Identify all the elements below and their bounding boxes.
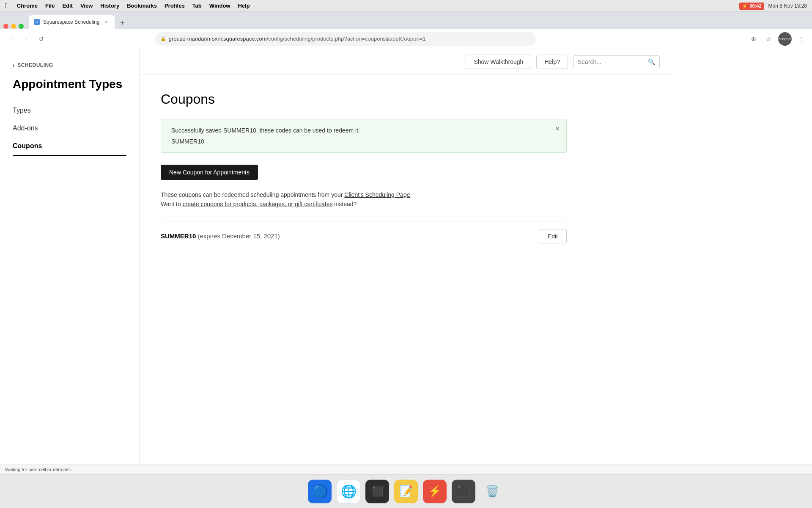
- description-line1-prefix: These coupons can be redeemed scheduling…: [161, 191, 344, 198]
- show-walkthrough-button[interactable]: Show Walkthrough: [466, 55, 531, 69]
- macos-menubar:  Chrome File Edit View History Bookmark…: [0, 0, 812, 12]
- menubar-time: Mon 8 Nov 13:28: [768, 3, 807, 9]
- maximize-window-button[interactable]: [19, 24, 24, 29]
- coupon-edit-button[interactable]: Edit: [539, 229, 567, 243]
- url-text: grouse-mandarin-sxnl.squarespace.com/con…: [169, 36, 531, 42]
- success-banner-code: SUMMER10: [171, 138, 556, 145]
- refresh-button[interactable]: ↺: [36, 33, 47, 45]
- traffic-lights: [3, 24, 24, 29]
- page-title: Coupons: [161, 91, 791, 107]
- new-coupon-button[interactable]: New Coupon for Appointments: [161, 165, 258, 180]
- menu-window[interactable]: Window: [209, 3, 230, 9]
- status-text: Waiting for bam-cell.nr-data.net...: [5, 467, 74, 472]
- sidebar-back-button[interactable]: ‹ SCHEDULING: [0, 62, 139, 77]
- finder-icon: 🔵: [312, 484, 328, 499]
- tab-title: Squarespace Scheduling: [43, 19, 99, 25]
- minimize-window-button[interactable]: [11, 24, 16, 29]
- close-window-button[interactable]: [3, 24, 8, 29]
- dock-terminal[interactable]: ⬛: [365, 480, 389, 503]
- tab-favicon: S: [34, 19, 40, 25]
- sidebar-item-types[interactable]: Types: [13, 102, 126, 119]
- trash-icon: 🗑️: [486, 485, 499, 498]
- description-line2-prefix: Want to: [161, 201, 183, 207]
- menu-profiles[interactable]: Profiles: [165, 3, 185, 9]
- new-tab-button[interactable]: +: [116, 17, 128, 29]
- chrome-tabbar: S Squarespace Scheduling × +: [0, 12, 812, 29]
- menu-view[interactable]: View: [80, 3, 93, 9]
- bookmark-icon[interactable]: ☆: [763, 33, 775, 45]
- apple-menu[interactable]: : [5, 2, 8, 10]
- success-banner: × Successfully saved SUMMER10, these cod…: [161, 119, 567, 153]
- tab-close-button[interactable]: ×: [103, 19, 110, 25]
- dock-finder[interactable]: 🔵: [308, 480, 332, 503]
- menu-chrome[interactable]: Chrome: [17, 3, 38, 9]
- forward-button[interactable]: ›: [20, 33, 32, 45]
- help-button[interactable]: Help?: [536, 55, 568, 69]
- menu-history[interactable]: History: [100, 3, 119, 9]
- menu-file[interactable]: File: [45, 3, 55, 9]
- sidebar-back-label: SCHEDULING: [17, 62, 53, 68]
- description-line2-suffix: instead?: [332, 201, 357, 207]
- create-coupons-link[interactable]: create coupons for products, packages, o…: [183, 201, 333, 207]
- dock-app6[interactable]: ⬛: [452, 480, 475, 503]
- coupon-info: SUMMER10 (expires December 15, 2021): [161, 232, 280, 240]
- url-bar[interactable]: 🔒 grouse-mandarin-sxnl.squarespace.com/c…: [155, 32, 536, 46]
- dock-reeder[interactable]: ⚡: [423, 480, 447, 503]
- success-banner-message: Successfully saved SUMMER10, these codes…: [171, 127, 556, 134]
- menu-tab[interactable]: Tab: [192, 3, 202, 9]
- address-bar: ‹ › ↺ 🔒 grouse-mandarin-sxnl.squarespace…: [0, 29, 812, 49]
- menu-help[interactable]: Help: [238, 3, 250, 9]
- sidebar-section-title: Appointment Types: [0, 77, 139, 102]
- dock-notes[interactable]: 📝: [394, 480, 418, 503]
- menu-bookmarks[interactable]: Bookmarks: [127, 3, 157, 9]
- chrome-icon: 🌐: [341, 484, 357, 499]
- browser-tab[interactable]: S Squarespace Scheduling ×: [29, 15, 115, 29]
- description-text: These coupons can be redeemed scheduling…: [161, 190, 482, 209]
- content-area: Coupons × Successfully saved SUMMER10, t…: [140, 75, 812, 268]
- search-input[interactable]: [578, 58, 645, 65]
- coupon-row: SUMMER10 (expires December 15, 2021) Edi…: [161, 221, 567, 251]
- sidebar: ‹ SCHEDULING Appointment Types Types Add…: [0, 49, 140, 464]
- menu-dots-icon[interactable]: ⋮: [795, 33, 807, 45]
- success-banner-close-button[interactable]: ×: [555, 124, 560, 133]
- coupon-expiry: (expires December 15, 2021): [198, 232, 280, 240]
- battery-indicator: ⚡ 00:42: [739, 3, 764, 10]
- terminal-icon: ⬛: [372, 486, 383, 497]
- cast-icon[interactable]: ⊕: [748, 33, 760, 45]
- back-chevron-icon: ‹: [13, 62, 15, 69]
- top-bar: Show Walkthrough Help? 🔍: [140, 49, 672, 75]
- coupon-code: SUMMER10: [161, 232, 196, 240]
- search-icon: 🔍: [648, 58, 655, 65]
- clients-scheduling-page-link[interactable]: Client's Scheduling Page: [344, 191, 410, 198]
- ssl-lock-icon: 🔒: [160, 36, 166, 41]
- sidebar-nav: Types Add-ons Coupons: [0, 102, 139, 156]
- back-button[interactable]: ‹: [5, 33, 17, 45]
- app6-icon: ⬛: [457, 485, 470, 498]
- sidebar-item-addons[interactable]: Add-ons: [13, 119, 126, 137]
- address-bar-right: ⊕ ☆ Incognito ⋮: [748, 32, 807, 46]
- main-wrapper: ‹ SCHEDULING Appointment Types Types Add…: [0, 49, 812, 464]
- sidebar-item-coupons[interactable]: Coupons: [13, 137, 126, 156]
- notes-icon: 📝: [399, 485, 413, 498]
- menu-edit[interactable]: Edit: [62, 3, 73, 9]
- search-bar[interactable]: 🔍: [573, 55, 660, 68]
- macos-dock: 🔵 🌐 ⬛ 📝 ⚡ ⬛ 🗑️: [0, 474, 812, 508]
- description-line1-suffix: .: [410, 191, 411, 198]
- dock-trash[interactable]: 🗑️: [480, 480, 504, 503]
- reeder-icon: ⚡: [428, 485, 442, 498]
- profile-icon[interactable]: Incognito: [778, 32, 792, 46]
- status-bar: Waiting for bam-cell.nr-data.net...: [0, 464, 812, 474]
- dock-chrome[interactable]: 🌐: [337, 480, 360, 503]
